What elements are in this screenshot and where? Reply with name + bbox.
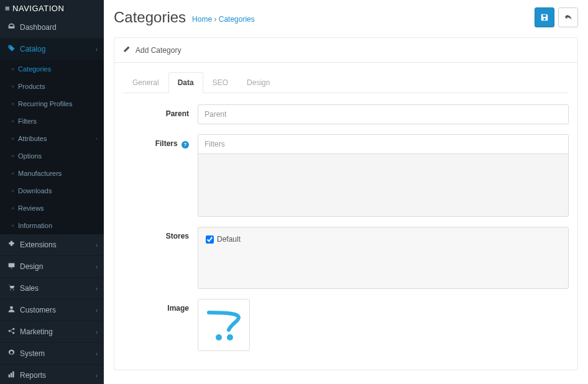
form-row-parent: Parent xyxy=(123,104,569,124)
chevron-right-icon: › xyxy=(96,329,98,336)
page-title: Categories xyxy=(114,9,186,26)
chevron-right-icon: › xyxy=(96,46,98,53)
chevron-right-icon: › xyxy=(96,307,98,314)
label-stores: Stores xyxy=(123,227,198,289)
sub-label: Recurring Profiles xyxy=(18,100,72,107)
svg-point-6 xyxy=(12,328,14,330)
sub-label: Products xyxy=(18,83,45,90)
sub-item-products[interactable]: » Products xyxy=(0,78,104,95)
sub-label: Manufacturers xyxy=(18,170,62,177)
sub-label: Reviews xyxy=(18,204,44,212)
tag-icon xyxy=(6,44,16,54)
nav-label: System xyxy=(20,349,45,358)
gear-icon xyxy=(6,349,16,359)
menu-icon: ≡ xyxy=(5,4,10,13)
sub-item-categories[interactable]: » Categories xyxy=(0,60,104,78)
checkbox-input-default[interactable] xyxy=(206,235,214,244)
sub-label: Information xyxy=(18,222,52,229)
nav-item-sales[interactable]: Sales › xyxy=(0,278,104,299)
label-parent: Parent xyxy=(123,104,198,124)
double-chevron-icon: » xyxy=(11,153,14,159)
sub-item-filters[interactable]: » Filters xyxy=(0,112,104,130)
info-icon[interactable]: ? xyxy=(181,141,189,149)
sub-item-information[interactable]: » Information xyxy=(0,217,104,234)
sub-label: Downloads xyxy=(18,187,52,194)
sub-item-recurring-profiles[interactable]: » Recurring Profiles xyxy=(0,95,104,112)
panel-body: General Data SEO Design Parent Filters ? xyxy=(114,63,577,370)
user-icon xyxy=(6,305,16,315)
svg-point-2 xyxy=(10,290,11,291)
nav-item-marketing[interactable]: Marketing › xyxy=(0,321,104,343)
svg-point-5 xyxy=(8,330,10,332)
nav-item-extensions[interactable]: Extensions › xyxy=(0,234,104,256)
nav-item-system[interactable]: System › xyxy=(0,343,104,365)
cart-icon xyxy=(6,283,16,293)
checkbox-default-store[interactable]: Default xyxy=(206,235,561,244)
svg-rect-9 xyxy=(10,373,11,377)
svg-point-11 xyxy=(216,334,222,341)
chevron-right-icon: › xyxy=(96,350,98,357)
tab-seo[interactable]: SEO xyxy=(203,72,237,93)
puzzle-icon xyxy=(6,240,16,250)
nav-label: Marketing xyxy=(20,327,53,336)
form-row-stores: Stores Default xyxy=(123,227,569,289)
nav-label: Design xyxy=(20,262,43,271)
save-button[interactable] xyxy=(535,7,554,27)
breadcrumb-home[interactable]: Home xyxy=(192,15,212,24)
sub-item-attributes[interactable]: » Attributes › xyxy=(0,130,104,147)
nav-item-design[interactable]: Design › xyxy=(0,256,104,278)
panel-title: Add Category xyxy=(136,46,181,55)
double-chevron-icon: » xyxy=(11,118,14,124)
sub-item-manufacturers[interactable]: » Manufacturers xyxy=(0,165,104,182)
sub-item-reviews[interactable]: » Reviews xyxy=(0,199,104,217)
double-chevron-icon: » xyxy=(11,135,14,142)
back-button[interactable] xyxy=(558,7,578,27)
sidebar: ≡ NAVIGATION Dashboard Catalog › » Categ… xyxy=(0,0,104,384)
nav-header: ≡ NAVIGATION xyxy=(0,0,104,17)
nav-item-customers[interactable]: Customers › xyxy=(0,299,104,321)
main-content: Categories Home › Categories Add xyxy=(104,0,588,384)
breadcrumb-current[interactable]: Categories xyxy=(219,15,255,24)
chevron-right-icon: › xyxy=(96,242,98,249)
label-image: Image xyxy=(123,299,198,351)
nav-item-reports[interactable]: Reports › xyxy=(0,365,104,384)
sub-label: Filters xyxy=(18,117,37,125)
nav-item-dashboard[interactable]: Dashboard xyxy=(0,17,104,39)
svg-rect-0 xyxy=(8,263,14,267)
svg-rect-1 xyxy=(10,268,12,268)
svg-point-12 xyxy=(227,334,233,341)
chart-icon xyxy=(6,370,16,380)
tab-general[interactable]: General xyxy=(123,72,168,93)
sub-item-downloads[interactable]: » Downloads xyxy=(0,182,104,199)
image-upload-thumb[interactable] xyxy=(198,299,250,351)
filters-well xyxy=(198,134,569,217)
dashboard-icon xyxy=(6,22,16,32)
sub-item-options[interactable]: » Options xyxy=(0,147,104,165)
form-row-image: Image xyxy=(123,299,569,351)
nav-item-catalog[interactable]: Catalog › xyxy=(0,39,104,60)
filters-list xyxy=(198,154,568,216)
double-chevron-icon: » xyxy=(11,66,14,72)
nav-label: Catalog xyxy=(20,45,45,53)
svg-point-3 xyxy=(12,290,14,291)
svg-point-7 xyxy=(12,332,14,334)
input-filters[interactable] xyxy=(198,135,568,153)
input-parent[interactable] xyxy=(198,104,569,124)
chevron-right-icon: › xyxy=(96,263,98,270)
panel-add-category: Add Category General Data SEO Design Par… xyxy=(114,37,578,370)
checkbox-label: Default xyxy=(217,235,241,244)
chevron-right-icon: › xyxy=(96,285,98,292)
double-chevron-icon: » xyxy=(11,188,14,194)
tab-design[interactable]: Design xyxy=(237,72,279,93)
sub-label: Attributes xyxy=(18,135,47,142)
tab-data[interactable]: Data xyxy=(168,72,203,93)
share-icon xyxy=(6,327,16,337)
chevron-right-icon: › xyxy=(96,135,98,142)
subnav-catalog: » Categories » Products » Recurring Prof… xyxy=(0,60,104,234)
svg-point-4 xyxy=(10,306,13,309)
double-chevron-icon: » xyxy=(11,101,14,107)
breadcrumb-sep: › xyxy=(214,15,218,24)
stores-well: Default xyxy=(198,227,569,289)
cart-logo-icon xyxy=(204,305,244,345)
nav-title: NAVIGATION xyxy=(12,4,64,13)
